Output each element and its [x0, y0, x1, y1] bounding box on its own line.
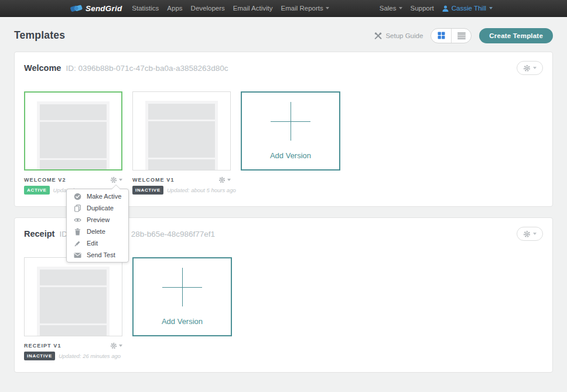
create-template-button[interactable]: Create Template: [479, 28, 553, 43]
template-card-welcome: Welcome ID: 0396b88b-071c-47cb-ba0a-a385…: [14, 52, 553, 207]
template-name: Receipt: [24, 229, 54, 238]
add-version-button-receipt[interactable]: Add Version: [132, 257, 232, 336]
menu-item-label: Send Test: [87, 251, 115, 258]
version-name: RECEIPT V1: [24, 343, 62, 349]
user-menu[interactable]: Cassie Thill: [438, 5, 497, 12]
version-thumbnail-welcome-v1[interactable]: [132, 91, 231, 171]
chevron-down-icon: [227, 179, 231, 181]
menu-item-preview[interactable]: Preview: [67, 214, 128, 226]
nav-support[interactable]: Support: [407, 5, 438, 12]
gear-icon: [218, 176, 226, 183]
nav-apps[interactable]: Apps: [163, 5, 186, 12]
template-name: Welcome: [24, 63, 61, 73]
updated-timestamp: Updated: 26 minutes ago: [59, 353, 121, 359]
add-version-label: Add Version: [270, 151, 311, 160]
nav-email-reports-label: Email Reports: [281, 5, 323, 12]
user-icon: [442, 5, 449, 12]
status-badge-active: ACTIVE: [24, 186, 50, 195]
gear-icon: [523, 64, 531, 72]
menu-item-edit[interactable]: Edit: [67, 237, 128, 249]
plus-icon: [270, 101, 311, 141]
delete-icon: [74, 228, 81, 236]
version-cell-receipt-v1: RECEIPT V1 INACTIVE Updated: 26 minutes …: [24, 257, 122, 360]
email-wireframe-preview: [37, 101, 110, 169]
plus-icon: [162, 267, 203, 307]
version-menu-button-welcome-v2[interactable]: [110, 176, 122, 183]
template-settings-button-receipt[interactable]: [517, 227, 543, 241]
chevron-down-icon: [119, 345, 122, 347]
template-id-value: 0396b88b-071c-47cb-ba0a-a3858263d80c: [78, 64, 228, 73]
menu-item-label: Delete: [87, 228, 105, 235]
email-wireframe-preview: [145, 101, 218, 170]
chevron-down-icon: [119, 179, 122, 181]
sendgrid-logo-icon: [70, 4, 83, 13]
gear-icon: [110, 176, 117, 183]
menu-item-label: Duplicate: [87, 204, 114, 212]
status-badge-inactive: INACTIVE: [24, 352, 55, 360]
add-version-button-welcome[interactable]: Add Version: [241, 91, 340, 171]
version-thumbnail-receipt-v1[interactable]: [24, 257, 122, 336]
version-menu-button-welcome-v1[interactable]: [218, 176, 231, 183]
list-view-button[interactable]: [451, 29, 472, 43]
nav-developers[interactable]: Developers: [187, 5, 229, 12]
version-thumbnail-welcome-v2[interactable]: [24, 91, 122, 171]
chevron-down-icon: [399, 7, 402, 9]
user-name: Cassie Thill: [452, 5, 486, 12]
menu-item-make-active[interactable]: Make Active: [67, 190, 128, 202]
version-name: WELCOME V1: [132, 177, 175, 183]
version-menu-button-receipt-v1[interactable]: [110, 342, 122, 349]
setup-guide-link[interactable]: Setup Guide: [374, 32, 423, 39]
grid-view-button[interactable]: [431, 29, 451, 43]
nav-email-reports[interactable]: Email Reports: [277, 5, 333, 12]
view-toggle: [431, 28, 472, 43]
version-cell-welcome-v1: WELCOME V1 INACTIVE Updated: about 5 hou…: [132, 91, 231, 195]
email-wireframe-preview: [37, 267, 110, 336]
status-badge-inactive: INACTIVE: [132, 186, 163, 195]
sendgrid-logo[interactable]: SendGrid: [70, 4, 122, 13]
grid-view-icon: [438, 32, 445, 39]
list-view-icon: [457, 32, 466, 39]
gear-icon: [523, 230, 531, 238]
preview-icon: [74, 216, 81, 224]
nav-sales[interactable]: Sales: [375, 5, 407, 12]
brand-name: SendGrid: [86, 4, 122, 13]
updated-timestamp: Updated: about 5 hours ago: [167, 187, 236, 193]
page-header: Templates Setup Guide: [14, 28, 553, 43]
version-cell-welcome-v2: WELCOME V2 ACTIVE Updated:: [24, 91, 122, 195]
make-active-icon: [74, 193, 81, 200]
page-title: Templates: [14, 29, 374, 42]
send-test-icon: [74, 251, 81, 259]
gear-icon: [110, 342, 117, 349]
chevron-down-icon: [533, 67, 537, 69]
nav-email-activity[interactable]: Email Activity: [229, 5, 277, 12]
chevron-down-icon: [533, 233, 537, 235]
template-id-value: 28b-b65e-48c986f77ef1: [131, 230, 215, 238]
menu-item-label: Make Active: [87, 193, 121, 200]
setup-guide-label: Setup Guide: [385, 32, 423, 39]
chevron-down-icon: [489, 7, 493, 9]
nav-sales-label: Sales: [380, 5, 397, 12]
menu-item-label: Edit: [87, 240, 98, 247]
duplicate-icon: [74, 204, 81, 212]
top-navbar: SendGrid Statistics Apps Developers Emai…: [0, 0, 567, 17]
edit-icon: [74, 240, 81, 247]
template-id: ID: 0396b88b-071c-47cb-ba0a-a3858263d80c: [66, 64, 517, 73]
nav-statistics[interactable]: Statistics: [128, 5, 163, 12]
menu-item-label: Preview: [87, 216, 110, 223]
menu-item-send-test[interactable]: Send Test: [67, 249, 128, 261]
chevron-down-icon: [326, 7, 329, 9]
menu-item-duplicate[interactable]: Duplicate: [67, 202, 128, 214]
menu-item-delete[interactable]: Delete: [67, 226, 128, 237]
setup-guide-tools-icon: [374, 32, 382, 39]
version-context-menu: Make Active Duplicate Preview Delete: [66, 189, 129, 263]
add-version-label: Add Version: [162, 317, 203, 326]
template-id-label: ID:: [66, 64, 76, 73]
version-name: WELCOME V2: [24, 177, 66, 183]
template-settings-button-welcome[interactable]: [517, 61, 543, 75]
